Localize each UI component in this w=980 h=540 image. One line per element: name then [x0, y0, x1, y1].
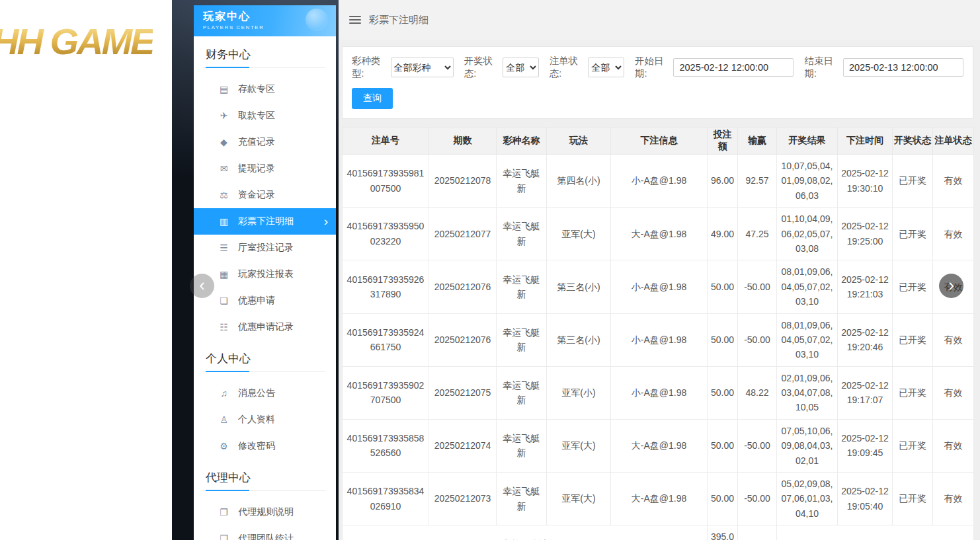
sidebar-section-label: 代理中心	[203, 465, 326, 491]
sidebar-item-label: 资金记录	[238, 189, 275, 201]
cell-lottery-name: 幸运飞艇新	[497, 473, 547, 525]
cell-draw-status: 已开奖	[893, 473, 933, 525]
cell-bet-time: 2025-02-12 19:09:45	[838, 419, 893, 472]
lottery-type-select[interactable]: 全部彩种	[391, 58, 454, 77]
summary-bet-amount: 395.00	[708, 525, 738, 540]
sidebar-item-hall-bet-record[interactable]: ☰ 厅室投注记录	[194, 235, 336, 261]
cell-bet-time: 2025-02-12 19:21:03	[838, 260, 893, 313]
main-area: 彩票下注明细 彩种类型: 全部彩种 开奖状态: 全部 注单状态: 全部 开始日期…	[339, 0, 980, 540]
summary-row: 当前页统计395.00-11.96	[343, 525, 974, 540]
sidebar-item-label: 优惠申请	[238, 295, 275, 307]
column-header-bet-info: 下注信息	[611, 128, 708, 155]
sidebar-item-label: 存款专区	[238, 83, 275, 95]
topbar: 彩票下注明细	[339, 0, 980, 40]
sidebar-item-recharge-record[interactable]: ◆ 充值记录	[194, 129, 336, 155]
hall-bet-list-icon: ☰	[218, 243, 229, 253]
sidebar-nav: 财务中心 ▤ 存款专区 ✈ 取款专区 ◆ 充值记录 ✉ 提现记录 ⚖ 资金记录 …	[194, 42, 336, 540]
cell-win-loss: 47.25	[738, 208, 777, 260]
bell-icon: ♫	[218, 388, 229, 399]
sidebar-item-label: 提现记录	[238, 163, 275, 174]
table-row: 40156917393598100750020250212078幸运飞艇新第四名…	[343, 155, 974, 208]
brand-logo: HH GAME	[0, 20, 153, 63]
cell-draw-result: 08,01,09,06,04,05,07,02,03,10	[777, 260, 838, 313]
cell-lottery-name: 幸运飞艇新	[497, 313, 547, 366]
sidebar-item-profile[interactable]: ♙ 个人资料	[194, 406, 336, 433]
end-date-label: 结束日期:	[804, 55, 839, 80]
sidebar-item-withdrawal-record[interactable]: ✉ 提现记录	[194, 155, 336, 182]
sidebar-item-label: 厅室投注记录	[238, 242, 294, 254]
page-title: 彩票下注明细	[369, 14, 429, 26]
draw-status-select[interactable]: 全部	[503, 58, 539, 77]
column-header-win-loss: 输赢	[738, 128, 777, 155]
sidebar-item-promo-apply[interactable]: ❏ 优惠申请	[194, 288, 336, 314]
sidebar-item-promo-apply-record[interactable]: ☷ 优惠申请记录	[194, 314, 336, 340]
cell-play: 亚军(大)	[547, 473, 611, 525]
table-header-row: 注单号期数彩种名称玩法下注信息投注额输赢开奖结果下注时间开奖状态注单状态	[343, 128, 974, 155]
end-date-input[interactable]	[843, 58, 963, 77]
column-header-period: 期数	[429, 128, 497, 155]
person-icon: ♙	[218, 414, 229, 425]
table-row: 40156917393585852656020250212074幸运飞艇新亚军(…	[343, 419, 974, 472]
cell-draw-status: 已开奖	[893, 366, 933, 419]
sidebar-item-agent-team-stats[interactable]: ❒ 代理团队统计	[194, 525, 336, 540]
column-header-bet-amount: 投注额	[708, 128, 738, 155]
carousel-next-button[interactable]: ›	[939, 274, 963, 298]
cell-play: 第三名(小)	[547, 260, 611, 313]
sidebar-item-label: 个人资料	[238, 414, 275, 426]
cell-bet-time: 2025-02-12 19:05:40	[838, 473, 893, 525]
order-status-select[interactable]: 全部	[588, 58, 624, 77]
cell-play: 亚军(大)	[547, 208, 611, 260]
recharge-drop-icon: ◆	[218, 137, 229, 147]
column-header-draw-result: 开奖结果	[777, 128, 838, 155]
cell-order-no: 401569173935981007500	[343, 155, 429, 208]
chevron-right-icon: ›	[948, 275, 954, 295]
search-button[interactable]: 查询	[352, 88, 393, 109]
cell-order-status: 有效	[933, 419, 974, 472]
cell-win-loss: -50.00	[738, 260, 777, 313]
cell-lottery-name: 幸运飞艇新	[497, 208, 547, 260]
cell-lottery-name: 幸运飞艇新	[497, 260, 547, 313]
cell-period: 20250212074	[429, 419, 497, 472]
sidebar-item-player-bet-report[interactable]: ▦ 玩家投注报表	[194, 261, 336, 288]
cell-draw-result: 05,02,09,08,07,06,01,03,04,10	[777, 473, 838, 525]
table-body: 40156917393598100750020250212078幸运飞艇新第四名…	[343, 155, 974, 540]
cell-draw-status: 已开奖	[893, 155, 933, 208]
cell-win-loss: -50.00	[738, 313, 777, 366]
players-center-header: 玩家中心 PLAYERS CENTER	[194, 5, 336, 36]
sidebar-item-change-password[interactable]: ⚙ 修改密码	[194, 433, 336, 459]
filter-panel: 彩种类型: 全部彩种 开奖状态: 全部 注单状态: 全部 开始日期: 结束日期:…	[342, 46, 973, 119]
start-date-label: 开始日期:	[635, 55, 670, 80]
cell-win-loss: -50.00	[738, 419, 777, 472]
cell-order-no: 401569173935926317890	[343, 260, 429, 313]
cell-period: 20250212073	[429, 473, 497, 525]
cell-bet-amount: 50.00	[708, 366, 738, 419]
sidebar-section-label: 财务中心	[203, 42, 326, 68]
carousel-prev-button[interactable]: ‹	[190, 274, 214, 298]
sidebar-item-withdraw[interactable]: ✈ 取款专区	[194, 102, 336, 129]
cell-order-status: 有效	[933, 208, 974, 260]
document-icon: ❐	[218, 507, 229, 518]
cell-period: 20250212076	[429, 313, 497, 366]
menu-toggle-icon[interactable]	[349, 16, 361, 24]
filter-row: 彩种类型: 全部彩种 开奖状态: 全部 注单状态: 全部 开始日期: 结束日期:	[352, 55, 963, 80]
sidebar-item-agent-rules[interactable]: ❐ 代理规则说明	[194, 499, 336, 525]
cell-order-status: 有效	[933, 473, 974, 525]
cell-draw-result: 07,05,10,06,09,08,04,03,02,01	[777, 419, 838, 472]
cell-bet-info: 小-A盘@1.98	[611, 313, 708, 366]
sidebar: 玩家中心 PLAYERS CENTER 财务中心 ▤ 存款专区 ✈ 取款专区 ◆…	[194, 5, 336, 540]
cell-bet-info: 小-A盘@1.98	[611, 155, 708, 208]
cell-bet-time: 2025-02-12 19:17:07	[838, 366, 893, 419]
sidebar-item-label: 消息公告	[238, 387, 275, 399]
cell-win-loss: 92.57	[738, 155, 777, 208]
sidebar-item-notice[interactable]: ♫ 消息公告	[194, 380, 336, 406]
table-row: 40156917393595002322020250212077幸运飞艇新亚军(…	[343, 208, 974, 260]
cell-bet-info: 小-A盘@1.98	[611, 260, 708, 313]
sidebar-item-funds-record[interactable]: ⚖ 资金记录	[194, 182, 336, 208]
start-date-input[interactable]	[673, 58, 794, 77]
table-row: 40156917393583402691020250212073幸运飞艇新亚军(…	[343, 473, 974, 525]
sidebar-item-deposit[interactable]: ▤ 存款专区	[194, 76, 336, 102]
bet-table-card: 注单号期数彩种名称玩法下注信息投注额输赢开奖结果下注时间开奖状态注单状态 401…	[342, 127, 973, 540]
chevron-left-icon: ‹	[199, 275, 205, 295]
cell-bet-amount: 96.00	[708, 155, 738, 208]
sidebar-item-lottery-bet-detail[interactable]: ▥ 彩票下注明细 ›	[194, 208, 336, 235]
